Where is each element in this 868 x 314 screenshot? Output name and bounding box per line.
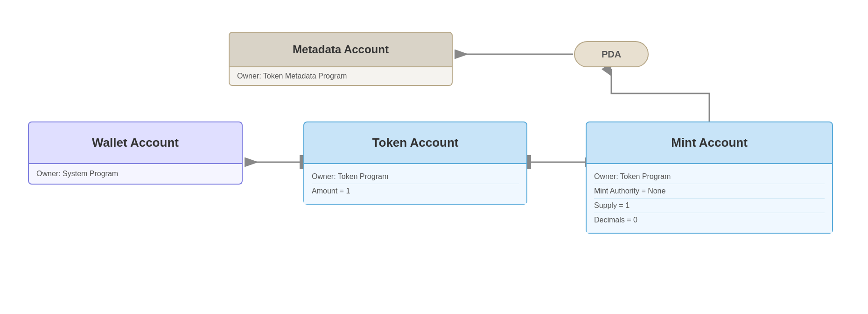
token-account-title: Token Account — [303, 121, 527, 164]
mint-authority-row: Mint Authority = None — [594, 184, 825, 199]
wallet-account-owner: Owner: System Program — [28, 164, 243, 185]
token-account-box: Token Account Owner: Token Program Amoun… — [303, 121, 527, 205]
pda-box: PDA — [574, 41, 649, 67]
token-account-owner: Owner: Token Program Amount = 1 — [303, 164, 527, 205]
mint-account-info: Owner: Token Program Mint Authority = No… — [586, 164, 833, 234]
metadata-account-title: Metadata Account — [229, 32, 453, 67]
mint-account-title: Mint Account — [586, 121, 833, 164]
metadata-account-box: Metadata Account Owner: Token Metadata P… — [229, 32, 453, 86]
pda-label: PDA — [602, 49, 621, 60]
mint-owner-row: Owner: Token Program — [594, 170, 825, 184]
mint-to-pda-arrow — [611, 69, 709, 121]
mint-supply-row: Supply = 1 — [594, 199, 825, 213]
diagram-container: Metadata Account Owner: Token Metadata P… — [0, 0, 868, 314]
metadata-account-owner: Owner: Token Metadata Program — [229, 67, 453, 86]
mint-decimals-row: Decimals = 0 — [594, 213, 825, 227]
mint-account-box: Mint Account Owner: Token Program Mint A… — [586, 121, 833, 234]
token-owner-row: Owner: Token Program — [312, 170, 519, 184]
wallet-account-title: Wallet Account — [28, 121, 243, 164]
token-amount-row: Amount = 1 — [312, 184, 519, 198]
wallet-account-box: Wallet Account Owner: System Program — [28, 121, 243, 185]
